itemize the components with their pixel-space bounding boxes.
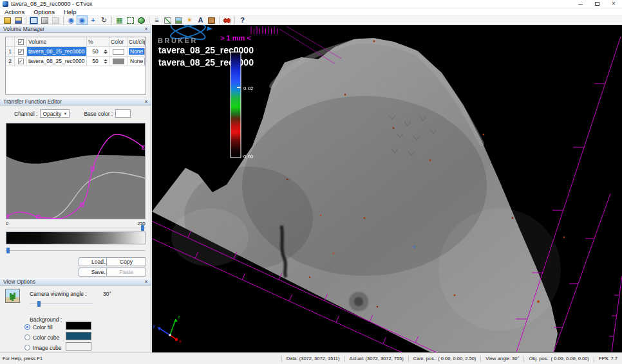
row2-cutclip-value[interactable]: None	[129, 58, 144, 64]
row1-color-swatch[interactable]	[113, 49, 124, 55]
color-cube-swatch[interactable]	[66, 332, 91, 340]
status-data-size: Data: (3072, 3072, 1511)	[281, 356, 344, 362]
row1-cutclip-value[interactable]: None	[129, 48, 144, 55]
minimize-button[interactable]	[572, 0, 589, 8]
orbit-camera-icon[interactable]: ◉	[66, 16, 76, 24]
copy-button[interactable]: Copy	[106, 257, 146, 266]
grayscale-gradient-bar[interactable]	[6, 232, 146, 244]
window-title: tavera_08_25_rec0000 - CTvox	[11, 1, 93, 7]
pan-camera-icon[interactable]: +	[88, 16, 98, 24]
transfer-function-icon[interactable]	[164, 17, 171, 24]
row1-visible-cell[interactable]: ✓	[15, 47, 27, 57]
header-checkbox[interactable]: ✓	[18, 39, 24, 45]
row2-color-swatch[interactable]	[113, 59, 124, 64]
maximize-icon	[595, 2, 599, 6]
transfer-function-header[interactable]: Transfer Function Editor x	[0, 98, 151, 105]
transfer-function-plot[interactable]	[6, 123, 146, 219]
status-help-text: For Help, press F1	[3, 356, 42, 361]
row1-volume-name[interactable]: tavera_08_25_rec0000	[27, 47, 87, 57]
bounding-box-icon[interactable]: ▦	[115, 16, 124, 24]
material-sphere-icon[interactable]	[138, 17, 145, 24]
slider-handle[interactable]	[141, 225, 144, 231]
background-option-color-cube[interactable]: Color cube	[24, 333, 59, 341]
col-volume[interactable]: Volume	[27, 37, 87, 47]
paste-button[interactable]: Paste	[106, 268, 146, 277]
col-percent[interactable]: %	[87, 37, 109, 47]
col-color[interactable]: Color	[109, 37, 127, 47]
close-button[interactable]: ×	[605, 0, 622, 8]
transfer-function-title: Transfer Function Editor	[3, 98, 62, 105]
camera-angle-slider[interactable]	[30, 301, 93, 307]
status-object-position: Obj. pos.: ( 0.00, 0.00, 0.00)	[523, 356, 593, 362]
panel-close-icon[interactable]: x	[145, 99, 147, 104]
range-slider-bottom[interactable]	[6, 248, 146, 253]
base-color-swatch[interactable]	[115, 109, 131, 118]
radio-selected-icon[interactable]	[24, 324, 30, 330]
row1-dropdown-icon[interactable]: ▼	[144, 48, 146, 55]
render-viewport[interactable]: > 1 mm < BRUKER tavera_08_25_rec0000 tav…	[152, 25, 622, 352]
row2-cutclip-cell[interactable]: None▼	[127, 57, 146, 66]
row1-cutclip-cell[interactable]: None▼	[127, 47, 146, 57]
open-volume-icon[interactable]	[4, 17, 11, 24]
panel-close-icon[interactable]: x	[145, 279, 147, 284]
toolbar-separator	[63, 17, 64, 24]
row1-color-cell[interactable]	[109, 47, 127, 57]
slider-handle[interactable]	[37, 301, 41, 307]
radio-icon[interactable]	[24, 345, 30, 350]
measure-icon[interactable]	[223, 17, 231, 24]
save-volume-icon[interactable]	[15, 17, 22, 24]
annotation-icon[interactable]: A	[196, 16, 205, 24]
background-option-color-fill[interactable]: Color fill	[24, 323, 53, 331]
toolbar-separator	[26, 17, 26, 24]
color-fill-label: Color fill	[33, 324, 53, 331]
col-visible[interactable]: ✓	[15, 37, 27, 47]
view-options-title: View Options	[3, 278, 35, 285]
color-cube-label: Color cube	[33, 334, 59, 341]
volume-manager-header[interactable]: Volume Manager x	[0, 25, 151, 33]
row2-color-cell[interactable]	[109, 57, 127, 66]
row2-visible-cell[interactable]: ✓	[15, 57, 27, 66]
view-options-icon[interactable]	[175, 17, 182, 24]
col-cutclip[interactable]: Cut/clip	[127, 37, 146, 47]
row1-checkbox[interactable]: ✓	[18, 49, 24, 55]
status-view-angle: View angle: 30°	[480, 356, 523, 362]
col-rownum	[6, 37, 15, 47]
panel-close-icon[interactable]: x	[145, 26, 147, 32]
exit-icon[interactable]: →	[208, 17, 215, 24]
clipping-box-icon[interactable]	[127, 17, 134, 24]
base-color-label: Base color :	[84, 111, 113, 117]
view-options-header[interactable]: View Options x	[0, 278, 151, 286]
paste-volume-icon[interactable]	[52, 17, 59, 24]
spinner-arrows-icon[interactable]	[102, 50, 108, 54]
rotate-camera-icon[interactable]: ↻	[99, 16, 109, 24]
row2-dropdown-icon[interactable]: ▼	[144, 58, 146, 65]
channel-select[interactable]: Opacity ▼	[40, 109, 70, 118]
left-panel-column: Volume Manager x ✓ Volume % Color Cut/cl…	[0, 25, 151, 352]
color-fill-swatch[interactable]	[66, 322, 91, 330]
row2-volume-name[interactable]: tavera_08_25_rec0000	[27, 57, 87, 66]
spinner-arrows-icon[interactable]	[102, 59, 108, 64]
radio-icon[interactable]	[24, 334, 30, 340]
row1-number[interactable]: 1	[6, 47, 15, 57]
menu-options[interactable]: Options	[29, 8, 59, 15]
maximize-button[interactable]	[589, 0, 605, 8]
row2-checkbox[interactable]: ✓	[18, 59, 24, 64]
show-volume-icon[interactable]	[30, 17, 37, 24]
colorbar-min-label: 0.00	[243, 154, 254, 159]
menu-actions[interactable]: Actions	[0, 8, 29, 15]
copy-volume-icon[interactable]	[41, 17, 48, 24]
lighting-icon[interactable]: ☀	[185, 16, 194, 24]
row2-number[interactable]: 2	[6, 57, 15, 66]
help-icon[interactable]: ?	[238, 16, 247, 24]
slider-handle[interactable]	[6, 248, 10, 253]
row2-percent-spinner[interactable]: 50	[87, 57, 109, 66]
menu-help[interactable]: Help	[59, 8, 81, 15]
scale-ruler-label: > 1 mm <	[220, 34, 251, 42]
range-slider-top[interactable]	[6, 225, 146, 231]
background-option-image-cube[interactable]: Image cube	[24, 343, 61, 352]
channel-label: Channel :	[14, 111, 37, 117]
orbit-mode-icon[interactable]: ◉	[77, 16, 87, 24]
row1-percent-spinner[interactable]: 50	[87, 47, 109, 57]
image-cube-swatch[interactable]	[66, 342, 91, 350]
volume-manager-icon[interactable]: ≡	[152, 16, 162, 24]
